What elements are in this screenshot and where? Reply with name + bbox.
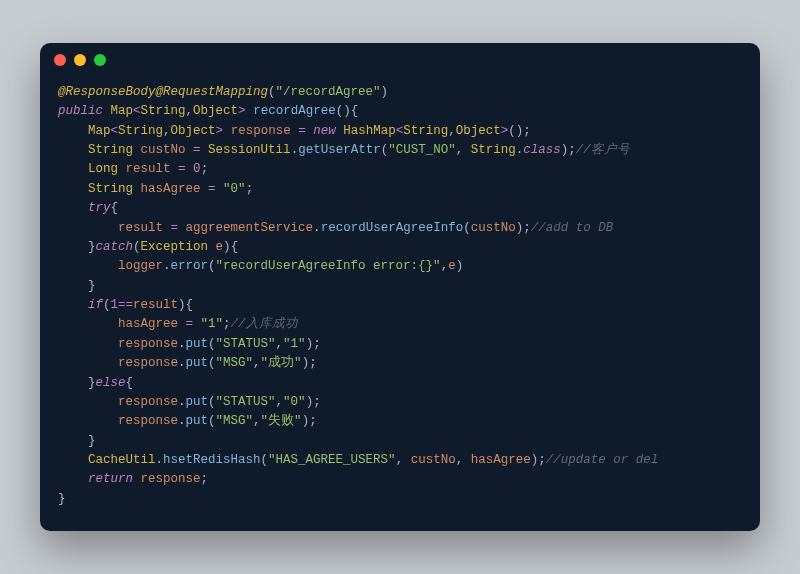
semi: ;: [538, 453, 546, 467]
mtd-hsetredishash: hsetRedisHash: [163, 453, 261, 467]
code-block: @ResponseBody@RequestMapping("/recordAgr…: [40, 77, 760, 531]
comment-custno: //客户号: [576, 143, 630, 157]
comma: ,: [396, 453, 411, 467]
type-object: Object: [171, 124, 216, 138]
paren: (: [208, 356, 216, 370]
close-icon[interactable]: [54, 54, 66, 66]
var-response: response: [118, 395, 178, 409]
op-eq: =: [208, 182, 216, 196]
brace: }: [88, 434, 96, 448]
str-fail: "失败": [261, 414, 302, 428]
semi: ;: [313, 395, 321, 409]
mtd-recorduseragreeinfo: recordUserAgreeInfo: [321, 221, 464, 235]
kw-class: class: [523, 143, 561, 157]
var-aggreementservice: aggreementService: [186, 221, 314, 235]
brace: {: [351, 104, 359, 118]
var-response: response: [231, 124, 291, 138]
paren: ): [306, 395, 314, 409]
comma: ,: [186, 104, 194, 118]
comment-update: //update or del: [546, 453, 659, 467]
var-response: response: [141, 472, 201, 486]
comma: ,: [448, 124, 456, 138]
type-string: String: [118, 124, 163, 138]
type-hashmap: HashMap: [343, 124, 396, 138]
str-status: "STATUS": [216, 337, 276, 351]
paren: (: [261, 453, 269, 467]
dot: .: [178, 414, 186, 428]
maximize-icon[interactable]: [94, 54, 106, 66]
brace: {: [231, 240, 239, 254]
str-errormsg: "recordUserAgreeInfo error:{}": [216, 259, 441, 273]
var-result: result: [126, 162, 171, 176]
comma: ,: [253, 356, 261, 370]
kw-if: if: [88, 298, 103, 312]
str-0: "0": [223, 182, 246, 196]
paren: (: [133, 240, 141, 254]
comma: ,: [441, 259, 449, 273]
type-string: String: [88, 143, 133, 157]
type-map: Map: [88, 124, 111, 138]
type-exception: Exception: [141, 240, 209, 254]
dot: .: [178, 395, 186, 409]
brace: }: [88, 376, 96, 390]
semi: ;: [309, 414, 317, 428]
comma: ,: [276, 337, 284, 351]
paren: (: [103, 298, 111, 312]
dot: .: [156, 453, 164, 467]
paren: ): [223, 240, 231, 254]
kw-return: return: [88, 472, 133, 486]
semi: ;: [309, 356, 317, 370]
op-eq: =: [178, 162, 186, 176]
kw-new: new: [313, 124, 336, 138]
type-string: String: [403, 124, 448, 138]
num-0: 0: [193, 162, 201, 176]
var-hasagree: hasAgree: [118, 317, 178, 331]
var-hasagree: hasAgree: [471, 453, 531, 467]
brace: }: [88, 240, 96, 254]
var-custno: custNo: [411, 453, 456, 467]
comment-adddb: //add to DB: [531, 221, 614, 235]
comma: ,: [163, 124, 171, 138]
generic-gt: >: [216, 124, 224, 138]
var-result: result: [133, 298, 178, 312]
var-e: e: [216, 240, 224, 254]
var-logger: logger: [118, 259, 163, 273]
comma: ,: [253, 414, 261, 428]
annotation-responsebody: @ResponseBody: [58, 85, 156, 99]
paren: (: [508, 124, 516, 138]
semi: ;: [523, 221, 531, 235]
paren: ): [306, 337, 314, 351]
paren: (: [208, 414, 216, 428]
minimize-icon[interactable]: [74, 54, 86, 66]
kw-try: try: [88, 201, 111, 215]
op-eq: =: [193, 143, 201, 157]
var-response: response: [118, 356, 178, 370]
var-custno: custNo: [141, 143, 186, 157]
type-object: Object: [193, 104, 238, 118]
annotation-requestmapping: @RequestMapping: [156, 85, 269, 99]
comment-indb: //入库成功: [231, 317, 298, 331]
kw-catch: catch: [96, 240, 134, 254]
paren: ): [456, 259, 464, 273]
comma: ,: [456, 143, 471, 157]
code-window: @ResponseBody@RequestMapping("/recordAgr…: [40, 43, 760, 531]
str-status: "STATUS": [216, 395, 276, 409]
str-msg: "MSG": [216, 356, 254, 370]
dot: .: [313, 221, 321, 235]
var-hasagree: hasAgree: [141, 182, 201, 196]
var-custno: custNo: [471, 221, 516, 235]
brace: }: [88, 279, 96, 293]
brace: {: [111, 201, 119, 215]
str-1: "1": [201, 317, 224, 331]
method-name: recordAgree: [253, 104, 336, 118]
cacheutil: CacheUtil: [88, 453, 156, 467]
generic-lt: <: [133, 104, 141, 118]
op-eqeq: ==: [118, 298, 133, 312]
var-response: response: [118, 337, 178, 351]
mtd-put: put: [186, 414, 209, 428]
mtd-getuserattr: getUserAttr: [298, 143, 381, 157]
mtd-put: put: [186, 337, 209, 351]
str-custno: "CUST_NO": [388, 143, 456, 157]
str-msg: "MSG": [216, 414, 254, 428]
titlebar: [40, 43, 760, 77]
